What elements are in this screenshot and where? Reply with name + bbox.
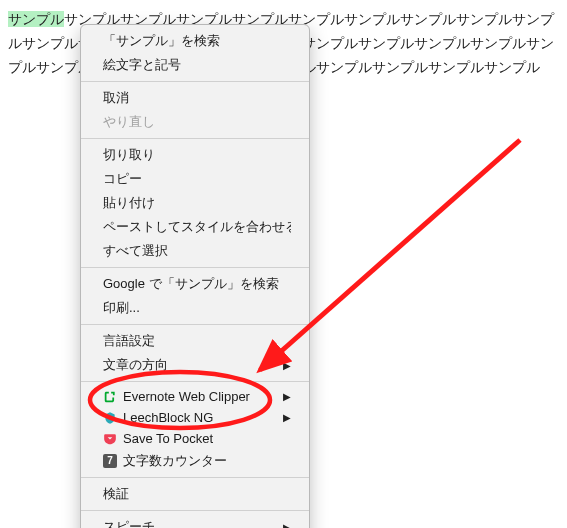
menu-ext-evernote[interactable]: Evernote Web Clipper ▶ <box>81 386 309 407</box>
chevron-right-icon: ▶ <box>283 412 291 423</box>
menu-copy[interactable]: コピー <box>81 167 309 191</box>
menu-speech[interactable]: スピーチ ▶ <box>81 515 309 528</box>
chevron-right-icon: ▶ <box>283 360 291 371</box>
evernote-icon <box>103 390 117 404</box>
selected-text[interactable]: サンプル <box>8 11 64 27</box>
menu-search-selection[interactable]: 「サンプル」を検索 <box>81 29 309 53</box>
chevron-right-icon: ▶ <box>283 391 291 402</box>
menu-paste[interactable]: 貼り付け <box>81 191 309 215</box>
menu-undo[interactable]: 取消 <box>81 86 309 110</box>
context-menu: 「サンプル」を検索 絵文字と記号 取消 やり直し 切り取り コピー 貼り付け ペ… <box>80 24 310 528</box>
menu-separator <box>81 324 309 325</box>
menu-emoji-symbols[interactable]: 絵文字と記号 <box>81 53 309 77</box>
menu-redo: やり直し <box>81 110 309 134</box>
menu-separator <box>81 510 309 511</box>
menu-google-search[interactable]: Google で「サンプル」を検索 <box>81 272 309 296</box>
menu-select-all[interactable]: すべて選択 <box>81 239 309 263</box>
menu-inspect[interactable]: 検証 <box>81 482 309 506</box>
menu-print[interactable]: 印刷... <box>81 296 309 320</box>
menu-separator <box>81 381 309 382</box>
counter-icon: 7 <box>103 454 117 468</box>
menu-paste-match-style[interactable]: ペーストしてスタイルを合わせる <box>81 215 309 239</box>
menu-text-direction[interactable]: 文章の方向 ▶ <box>81 353 309 377</box>
menu-separator <box>81 477 309 478</box>
menu-ext-pocket[interactable]: Save To Pocket <box>81 428 309 449</box>
menu-separator <box>81 267 309 268</box>
menu-separator <box>81 138 309 139</box>
chevron-right-icon: ▶ <box>283 522 291 529</box>
menu-cut[interactable]: 切り取り <box>81 143 309 167</box>
menu-ext-character-counter[interactable]: 7 文字数カウンター <box>81 449 309 473</box>
menu-separator <box>81 81 309 82</box>
pocket-icon <box>103 432 117 446</box>
leechblock-icon <box>103 411 117 425</box>
menu-ext-leechblock[interactable]: LeechBlock NG ▶ <box>81 407 309 428</box>
menu-language-settings[interactable]: 言語設定 <box>81 329 309 353</box>
